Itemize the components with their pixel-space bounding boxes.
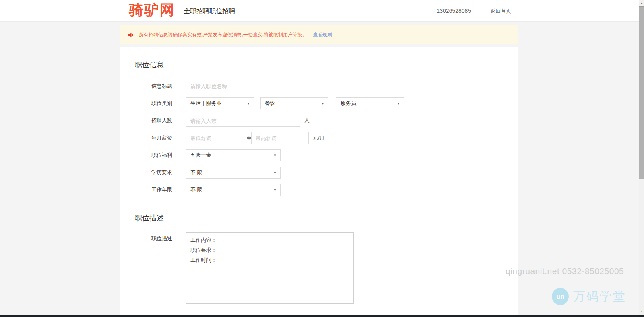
field-label-experience: 工作年限	[151, 184, 172, 196]
chevron-down-icon: ▼	[321, 98, 324, 109]
bottom-edge-bar	[0, 315, 644, 317]
job-description-textarea[interactable]: 工作内容： 职位要求： 工作时间：	[186, 232, 354, 304]
speaker-icon	[128, 32, 134, 38]
headcount-input[interactable]	[186, 115, 300, 127]
view-rules-link[interactable]: 查看规则	[313, 31, 332, 38]
chevron-down-icon: ▼	[273, 184, 277, 196]
scrollbar-up-arrow-icon[interactable]: ▲	[639, 0, 644, 6]
category-select-level3[interactable]: 服务员 ▼	[336, 97, 404, 109]
field-label-title: 信息标题	[151, 80, 172, 92]
header-inner: 骑驴网 全职招聘职位招聘 13026528085 返回首页	[120, 0, 519, 22]
education-select-value: 不 限	[190, 169, 202, 175]
headcount-unit: 人	[304, 115, 310, 127]
scrollbar-thumb[interactable]	[639, 6, 644, 179]
brand-watermark-name: 万码学堂	[573, 288, 626, 305]
chevron-down-icon: ▼	[247, 98, 250, 109]
field-label-category: 职位类别	[151, 97, 172, 109]
form-row-salary: 每月薪资 至 元/月	[120, 132, 518, 144]
experience-select[interactable]: 不 限 ▼	[186, 184, 281, 196]
back-home-link[interactable]: 返回首页	[491, 0, 512, 22]
job-post-form-panel: 职位信息 信息标题 职位类别 生活｜服务业 ▼ 餐饮 ▼ 服务员 ▼ 招聘人数	[120, 47, 518, 315]
welfare-select[interactable]: 五险一金 ▼	[186, 149, 281, 161]
form-row-headcount: 招聘人数 人	[120, 115, 518, 127]
section-title-job-info: 职位信息	[135, 61, 164, 68]
category-select-level2-value: 餐饮	[265, 100, 275, 106]
browser-viewport: 骑驴网 全职招聘职位招聘 13026528085 返回首页 所有招聘信息请确保真…	[0, 0, 639, 317]
site-header: 骑驴网 全职招聘职位招聘 13026528085 返回首页	[0, 0, 639, 22]
form-row-education: 学历要求 不 限 ▼	[120, 167, 518, 179]
form-row-title: 信息标题	[120, 80, 518, 92]
experience-select-value: 不 限	[190, 187, 202, 193]
contact-phone: 13026528085	[437, 0, 471, 22]
vertical-scrollbar[interactable]: ▲ ▼	[639, 0, 644, 317]
category-select-level1[interactable]: 生活｜服务业 ▼	[186, 97, 254, 109]
page-title: 全职招聘职位招聘	[184, 0, 235, 23]
form-row-category: 职位类别 生活｜服务业 ▼ 餐饮 ▼ 服务员 ▼	[120, 97, 518, 109]
wanma-circle-icon: un	[552, 288, 569, 305]
notice-text: 所有招聘信息请确保真实有效,严禁发布虚假消息,一经查实,将被限制用户等级。	[139, 31, 307, 38]
notice-bar: 所有招聘信息请确保真实有效,严禁发布虚假消息,一经查实,将被限制用户等级。 查看…	[120, 25, 518, 44]
salary-min-input[interactable]	[186, 132, 243, 144]
field-label-headcount: 招聘人数	[151, 115, 172, 127]
section-title-job-description: 职位描述	[135, 214, 164, 222]
chevron-down-icon: ▼	[273, 150, 277, 161]
education-select[interactable]: 不 限 ▼	[186, 167, 281, 179]
field-label-welfare: 职位福利	[151, 149, 172, 161]
site-logo[interactable]: 骑驴网	[129, 0, 175, 20]
category-select-level1-value: 生活｜服务业	[190, 100, 222, 106]
field-label-education: 学历要求	[151, 167, 172, 179]
job-title-input[interactable]	[186, 80, 300, 92]
category-select-level3-value: 服务员	[341, 100, 356, 106]
category-select-level2[interactable]: 餐饮 ▼	[260, 97, 328, 109]
chevron-down-icon: ▼	[273, 167, 277, 179]
field-label-description: 职位描述	[151, 235, 172, 242]
field-label-salary: 每月薪资	[151, 132, 172, 144]
salary-unit: 元/月	[313, 132, 325, 144]
chevron-down-icon: ▼	[397, 98, 400, 109]
form-row-experience: 工作年限 不 限 ▼	[120, 184, 518, 196]
scrollbar-down-arrow-icon[interactable]: ▼	[639, 308, 644, 314]
welfare-select-value: 五险一金	[190, 152, 211, 158]
brand-watermark: un 万码学堂	[552, 288, 626, 305]
site-watermark-text: qingruanit.net 0532-85025005	[506, 266, 624, 276]
salary-max-input[interactable]	[251, 132, 309, 144]
form-row-welfare: 职位福利 五险一金 ▼	[120, 149, 518, 161]
